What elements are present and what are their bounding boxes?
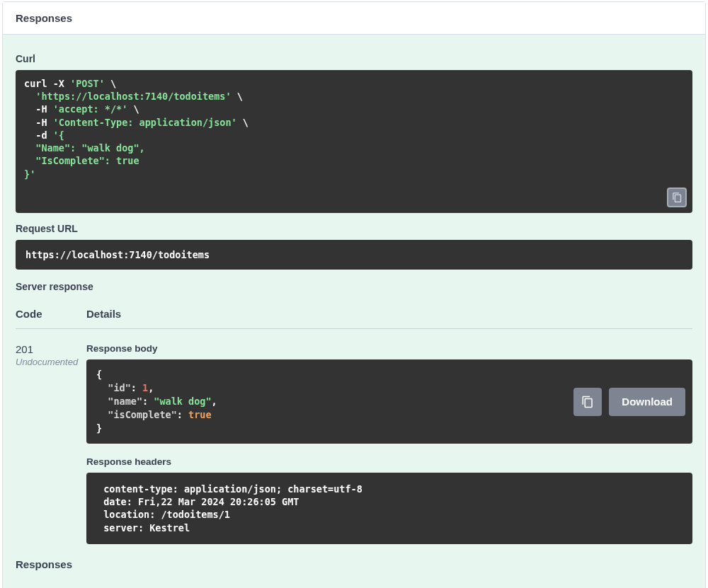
curl-block: curl -X 'POST' \ 'https://localhost:7140… (16, 70, 692, 213)
responses-panel: Responses Curl curl -X 'POST' \ 'https:/… (2, 1, 706, 588)
undocumented-label: Undocumented (16, 357, 86, 367)
server-response-header-row: Code Details (16, 301, 692, 329)
response-headers-block: content-type: application/json; charset=… (86, 473, 692, 544)
response-body-buttons: Download (573, 388, 685, 416)
curl-text: curl -X 'POST' \ 'https://localhost:7140… (24, 78, 249, 180)
clipboard-icon (672, 192, 683, 203)
copy-response-button[interactable] (573, 388, 602, 416)
server-response-label: Server response (16, 281, 692, 292)
responses2-header-row: Code Description Links (16, 579, 692, 588)
response-body-block: { "id": 1, "name": "walk dog", "isComple… (86, 359, 692, 443)
status-code: 201 (16, 343, 86, 355)
panel-title: Responses (16, 12, 692, 24)
response-headers-text: content-type: application/json; charset=… (98, 483, 681, 534)
details-header: Details (86, 308, 692, 320)
request-url-label: Request URL (16, 223, 692, 234)
responses-label-2: Responses (16, 558, 692, 570)
details-col: Response body { "id": 1, "name": "walk d… (86, 343, 692, 543)
clipboard-icon (581, 395, 594, 409)
copy-curl-button[interactable] (667, 188, 687, 207)
panel-header: Responses (3, 2, 705, 35)
curl-label: Curl (16, 53, 692, 64)
request-url-block: https://localhost:7140/todoitems (16, 240, 692, 270)
status-col: 201 Undocumented (16, 343, 86, 543)
download-button[interactable]: Download (609, 388, 685, 416)
response-headers-label: Response headers (86, 456, 692, 467)
response-body-label: Response body (86, 343, 692, 354)
panel-body: Curl curl -X 'POST' \ 'https://localhost… (3, 35, 705, 588)
code-header: Code (16, 308, 86, 320)
response-row: 201 Undocumented Response body { "id": 1… (16, 329, 692, 543)
request-url-value: https://localhost:7140/todoitems (25, 249, 210, 260)
